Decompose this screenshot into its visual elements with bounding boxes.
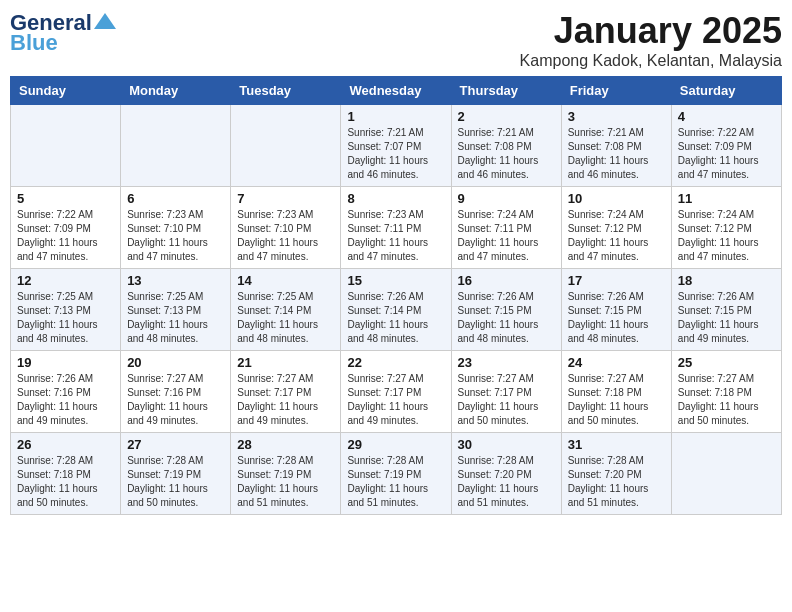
calendar-cell	[231, 105, 341, 187]
calendar-cell: 28Sunrise: 7:28 AM Sunset: 7:19 PM Dayli…	[231, 433, 341, 515]
day-info: Sunrise: 7:24 AM Sunset: 7:12 PM Dayligh…	[568, 208, 665, 264]
day-number: 22	[347, 355, 444, 370]
day-info: Sunrise: 7:26 AM Sunset: 7:16 PM Dayligh…	[17, 372, 114, 428]
calendar-cell: 12Sunrise: 7:25 AM Sunset: 7:13 PM Dayli…	[11, 269, 121, 351]
calendar-cell	[121, 105, 231, 187]
calendar-cell: 20Sunrise: 7:27 AM Sunset: 7:16 PM Dayli…	[121, 351, 231, 433]
day-info: Sunrise: 7:23 AM Sunset: 7:10 PM Dayligh…	[237, 208, 334, 264]
calendar-cell: 10Sunrise: 7:24 AM Sunset: 7:12 PM Dayli…	[561, 187, 671, 269]
day-info: Sunrise: 7:28 AM Sunset: 7:19 PM Dayligh…	[237, 454, 334, 510]
day-number: 8	[347, 191, 444, 206]
day-number: 9	[458, 191, 555, 206]
weekday-header-sunday: Sunday	[11, 77, 121, 105]
day-number: 19	[17, 355, 114, 370]
calendar-cell: 1Sunrise: 7:21 AM Sunset: 7:07 PM Daylig…	[341, 105, 451, 187]
calendar-cell: 6Sunrise: 7:23 AM Sunset: 7:10 PM Daylig…	[121, 187, 231, 269]
calendar-cell: 21Sunrise: 7:27 AM Sunset: 7:17 PM Dayli…	[231, 351, 341, 433]
svg-marker-0	[94, 13, 116, 29]
day-number: 7	[237, 191, 334, 206]
day-number: 31	[568, 437, 665, 452]
weekday-header-friday: Friday	[561, 77, 671, 105]
day-number: 25	[678, 355, 775, 370]
day-number: 24	[568, 355, 665, 370]
logo: General Blue	[10, 10, 116, 56]
day-number: 23	[458, 355, 555, 370]
calendar-cell: 18Sunrise: 7:26 AM Sunset: 7:15 PM Dayli…	[671, 269, 781, 351]
calendar-table: SundayMondayTuesdayWednesdayThursdayFrid…	[10, 76, 782, 515]
day-number: 14	[237, 273, 334, 288]
day-number: 29	[347, 437, 444, 452]
day-info: Sunrise: 7:27 AM Sunset: 7:18 PM Dayligh…	[568, 372, 665, 428]
calendar-cell: 7Sunrise: 7:23 AM Sunset: 7:10 PM Daylig…	[231, 187, 341, 269]
day-info: Sunrise: 7:21 AM Sunset: 7:08 PM Dayligh…	[568, 126, 665, 182]
calendar-cell: 14Sunrise: 7:25 AM Sunset: 7:14 PM Dayli…	[231, 269, 341, 351]
weekday-header-row: SundayMondayTuesdayWednesdayThursdayFrid…	[11, 77, 782, 105]
day-info: Sunrise: 7:23 AM Sunset: 7:10 PM Dayligh…	[127, 208, 224, 264]
day-info: Sunrise: 7:26 AM Sunset: 7:14 PM Dayligh…	[347, 290, 444, 346]
calendar-week-row: 19Sunrise: 7:26 AM Sunset: 7:16 PM Dayli…	[11, 351, 782, 433]
day-info: Sunrise: 7:27 AM Sunset: 7:17 PM Dayligh…	[458, 372, 555, 428]
day-info: Sunrise: 7:25 AM Sunset: 7:13 PM Dayligh…	[17, 290, 114, 346]
day-info: Sunrise: 7:28 AM Sunset: 7:20 PM Dayligh…	[568, 454, 665, 510]
day-info: Sunrise: 7:22 AM Sunset: 7:09 PM Dayligh…	[678, 126, 775, 182]
weekday-header-thursday: Thursday	[451, 77, 561, 105]
day-info: Sunrise: 7:28 AM Sunset: 7:20 PM Dayligh…	[458, 454, 555, 510]
calendar-cell: 11Sunrise: 7:24 AM Sunset: 7:12 PM Dayli…	[671, 187, 781, 269]
day-number: 20	[127, 355, 224, 370]
calendar-cell: 8Sunrise: 7:23 AM Sunset: 7:11 PM Daylig…	[341, 187, 451, 269]
calendar-cell	[11, 105, 121, 187]
day-number: 4	[678, 109, 775, 124]
day-number: 6	[127, 191, 224, 206]
calendar-cell: 22Sunrise: 7:27 AM Sunset: 7:17 PM Dayli…	[341, 351, 451, 433]
calendar-cell: 26Sunrise: 7:28 AM Sunset: 7:18 PM Dayli…	[11, 433, 121, 515]
day-info: Sunrise: 7:23 AM Sunset: 7:11 PM Dayligh…	[347, 208, 444, 264]
calendar-cell: 17Sunrise: 7:26 AM Sunset: 7:15 PM Dayli…	[561, 269, 671, 351]
day-info: Sunrise: 7:21 AM Sunset: 7:08 PM Dayligh…	[458, 126, 555, 182]
day-info: Sunrise: 7:24 AM Sunset: 7:12 PM Dayligh…	[678, 208, 775, 264]
day-number: 5	[17, 191, 114, 206]
day-info: Sunrise: 7:27 AM Sunset: 7:18 PM Dayligh…	[678, 372, 775, 428]
logo-icon	[94, 13, 116, 29]
calendar-cell: 23Sunrise: 7:27 AM Sunset: 7:17 PM Dayli…	[451, 351, 561, 433]
day-number: 21	[237, 355, 334, 370]
calendar-cell: 4Sunrise: 7:22 AM Sunset: 7:09 PM Daylig…	[671, 105, 781, 187]
calendar-week-row: 1Sunrise: 7:21 AM Sunset: 7:07 PM Daylig…	[11, 105, 782, 187]
calendar-cell: 31Sunrise: 7:28 AM Sunset: 7:20 PM Dayli…	[561, 433, 671, 515]
calendar-cell: 25Sunrise: 7:27 AM Sunset: 7:18 PM Dayli…	[671, 351, 781, 433]
day-info: Sunrise: 7:27 AM Sunset: 7:17 PM Dayligh…	[347, 372, 444, 428]
day-number: 3	[568, 109, 665, 124]
day-number: 15	[347, 273, 444, 288]
day-info: Sunrise: 7:24 AM Sunset: 7:11 PM Dayligh…	[458, 208, 555, 264]
calendar-cell: 13Sunrise: 7:25 AM Sunset: 7:13 PM Dayli…	[121, 269, 231, 351]
day-number: 30	[458, 437, 555, 452]
day-info: Sunrise: 7:28 AM Sunset: 7:19 PM Dayligh…	[347, 454, 444, 510]
header: General Blue January 2025 Kampong Kadok,…	[10, 10, 782, 70]
location-title: Kampong Kadok, Kelantan, Malaysia	[520, 52, 782, 70]
calendar-cell: 29Sunrise: 7:28 AM Sunset: 7:19 PM Dayli…	[341, 433, 451, 515]
calendar-cell: 19Sunrise: 7:26 AM Sunset: 7:16 PM Dayli…	[11, 351, 121, 433]
calendar-week-row: 12Sunrise: 7:25 AM Sunset: 7:13 PM Dayli…	[11, 269, 782, 351]
calendar-cell: 27Sunrise: 7:28 AM Sunset: 7:19 PM Dayli…	[121, 433, 231, 515]
day-info: Sunrise: 7:22 AM Sunset: 7:09 PM Dayligh…	[17, 208, 114, 264]
calendar-cell: 3Sunrise: 7:21 AM Sunset: 7:08 PM Daylig…	[561, 105, 671, 187]
day-number: 13	[127, 273, 224, 288]
day-info: Sunrise: 7:27 AM Sunset: 7:17 PM Dayligh…	[237, 372, 334, 428]
weekday-header-wednesday: Wednesday	[341, 77, 451, 105]
day-number: 11	[678, 191, 775, 206]
calendar-cell: 30Sunrise: 7:28 AM Sunset: 7:20 PM Dayli…	[451, 433, 561, 515]
day-number: 10	[568, 191, 665, 206]
day-number: 2	[458, 109, 555, 124]
day-number: 26	[17, 437, 114, 452]
day-info: Sunrise: 7:27 AM Sunset: 7:16 PM Dayligh…	[127, 372, 224, 428]
day-info: Sunrise: 7:28 AM Sunset: 7:18 PM Dayligh…	[17, 454, 114, 510]
day-info: Sunrise: 7:25 AM Sunset: 7:13 PM Dayligh…	[127, 290, 224, 346]
day-number: 18	[678, 273, 775, 288]
day-info: Sunrise: 7:26 AM Sunset: 7:15 PM Dayligh…	[568, 290, 665, 346]
day-info: Sunrise: 7:21 AM Sunset: 7:07 PM Dayligh…	[347, 126, 444, 182]
day-number: 1	[347, 109, 444, 124]
day-info: Sunrise: 7:25 AM Sunset: 7:14 PM Dayligh…	[237, 290, 334, 346]
calendar-cell	[671, 433, 781, 515]
calendar-cell: 9Sunrise: 7:24 AM Sunset: 7:11 PM Daylig…	[451, 187, 561, 269]
weekday-header-saturday: Saturday	[671, 77, 781, 105]
calendar-cell: 2Sunrise: 7:21 AM Sunset: 7:08 PM Daylig…	[451, 105, 561, 187]
